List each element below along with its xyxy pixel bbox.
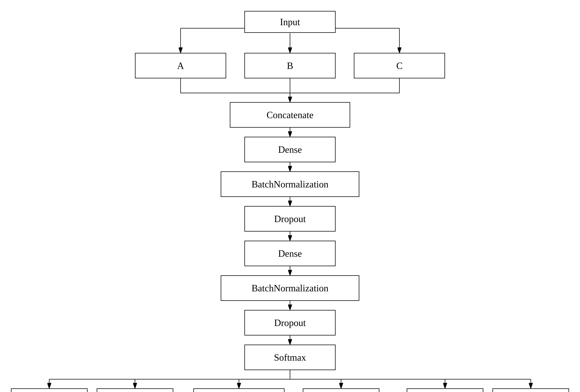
batchnorm1-label: BatchNormalization <box>252 179 328 190</box>
concatenate-label: Concatenate <box>267 110 313 120</box>
walking-node: Walking <box>11 388 88 392</box>
b-label: B <box>287 60 293 71</box>
walking-downstairs-node: Walking downstairs <box>193 388 285 392</box>
batchnorm2-node: BatchNormalization <box>221 275 359 301</box>
node-a: A <box>135 53 226 78</box>
dense2-node: Dense <box>244 241 336 266</box>
dense1-node: Dense <box>244 137 336 162</box>
dropout2-node: Dropout <box>244 310 336 335</box>
a-label: A <box>177 60 184 71</box>
node-b: B <box>244 53 336 78</box>
dropout1-node: Dropout <box>244 206 336 232</box>
batchnorm1-node: BatchNormalization <box>221 171 359 197</box>
input-label: Input <box>280 16 300 27</box>
c-label: C <box>396 60 403 71</box>
node-c: C <box>354 53 445 78</box>
batchnorm2-label: BatchNormalization <box>252 283 328 293</box>
dense2-label: Dense <box>278 248 302 259</box>
standing-node: Standing <box>407 388 483 392</box>
laying-node: Laying <box>492 388 569 392</box>
dropout1-label: Dropout <box>274 214 306 224</box>
softmax-node: Softmax <box>244 345 336 370</box>
dense1-label: Dense <box>278 144 302 155</box>
sitting-node: Sitting <box>303 388 379 392</box>
dropout2-label: Dropout <box>274 317 306 328</box>
input-node: Input <box>244 11 336 33</box>
softmax-label: Softmax <box>274 352 306 363</box>
concatenate-node: Concatenate <box>230 102 350 128</box>
walking-upstairs-node: Walking upstairs <box>97 388 173 392</box>
diagram: Input A B C Concatenate Dense BatchNorma… <box>0 0 580 392</box>
